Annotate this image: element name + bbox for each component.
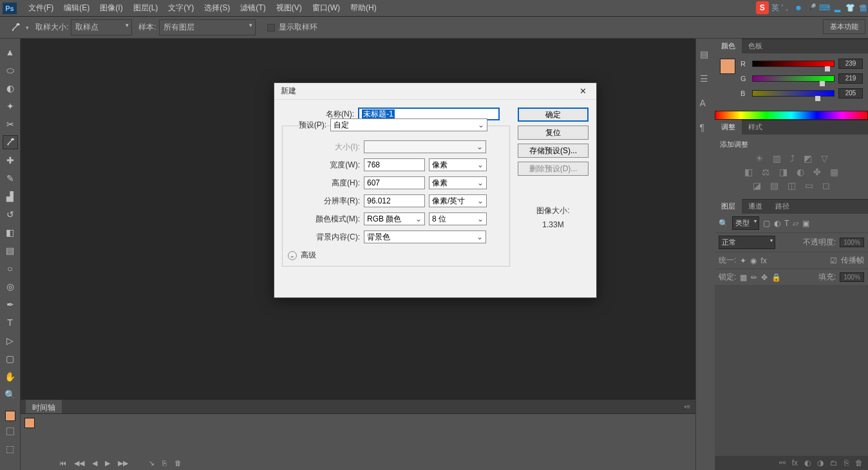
adj-thresh-icon[interactable]: ◫ <box>788 180 796 191</box>
lock-all-icon[interactable]: 🔒 <box>771 273 781 282</box>
color-tab[interactable]: 颜色 <box>715 39 742 53</box>
filter-kind-select[interactable]: 类型 <box>732 216 759 230</box>
heal-tool[interactable]: ✚ <box>3 153 18 167</box>
res-unit-select[interactable]: 像素/英寸 <box>429 194 487 207</box>
menu-filter[interactable]: 滤镜(T) <box>235 0 270 16</box>
shape-tool[interactable]: ▢ <box>3 352 18 366</box>
mask-icon[interactable]: ◐ <box>804 458 811 467</box>
timeline-play-icon[interactable]: ▶ <box>105 459 110 467</box>
swatches-tab[interactable]: 色板 <box>742 39 769 53</box>
adjust-tab[interactable]: 调整 <box>715 120 742 135</box>
lock-pos-icon[interactable]: ✥ <box>761 273 768 282</box>
reset-button[interactable]: 复位 <box>518 126 589 140</box>
brush-tool[interactable]: ✎ <box>3 171 18 185</box>
history-brush-tool[interactable]: ↺ <box>3 207 18 221</box>
zoom-tool[interactable]: 🔍 <box>3 388 18 402</box>
foreground-swatch[interactable] <box>5 411 15 421</box>
menu-select[interactable]: 选择(S) <box>199 0 235 16</box>
marquee-tool[interactable]: ⬭ <box>3 63 18 77</box>
adj-gradmap-icon[interactable]: ▭ <box>805 180 813 191</box>
unify-style-icon[interactable]: fx <box>760 256 766 265</box>
sample-size-dropdown[interactable]: 取样点 <box>71 19 132 35</box>
hand-tool[interactable]: ✋ <box>3 370 18 384</box>
g-slider[interactable] <box>752 75 835 82</box>
blend-mode-select[interactable]: 正常 <box>719 236 775 249</box>
timeline-back-icon[interactable]: ◀ <box>92 459 97 467</box>
filter-smart-icon[interactable]: ▣ <box>802 219 809 228</box>
link-icon[interactable]: ⚯ <box>779 458 786 467</box>
filter-pixel-icon[interactable]: ▢ <box>763 219 770 228</box>
menu-image[interactable]: 图像(I) <box>95 0 127 16</box>
g-value[interactable]: 219 <box>838 73 863 84</box>
ok-button[interactable]: 确定 <box>518 108 589 122</box>
ime-emoji-icon[interactable]: ☻ <box>793 3 804 13</box>
adj-levels-icon[interactable]: ▥ <box>773 153 781 164</box>
lock-trans-icon[interactable]: ▦ <box>740 273 747 282</box>
adj-hue-icon[interactable]: ◧ <box>744 167 753 177</box>
fill-value[interactable]: 100% <box>840 272 864 282</box>
paths-tab[interactable]: 路径 <box>769 199 796 214</box>
adj-brightness-icon[interactable]: ☀ <box>755 153 764 164</box>
gradient-tool[interactable]: ▤ <box>3 243 18 258</box>
mode-select[interactable]: RGB 颜色 <box>364 212 425 225</box>
move-tool[interactable]: ▲ <box>3 45 18 59</box>
eraser-tool[interactable]: ◧ <box>3 225 18 240</box>
sample-dropdown[interactable]: 所有图层 <box>159 19 256 35</box>
timeline-first-icon[interactable]: ⏮ <box>59 459 66 467</box>
crop-tool[interactable]: ✂ <box>3 117 18 131</box>
adj-lookup-icon[interactable]: ▦ <box>830 167 838 177</box>
layers-tab[interactable]: 图层 <box>715 199 742 214</box>
chevron-down-icon[interactable]: ▾ <box>26 24 29 31</box>
ime-icon[interactable]: S <box>756 1 769 14</box>
styles-tab[interactable]: 样式 <box>742 120 769 135</box>
adj-invert-icon[interactable]: ◪ <box>753 180 761 191</box>
type-tool[interactable]: T <box>3 315 18 330</box>
menu-window[interactable]: 窗口(W) <box>307 0 345 16</box>
workspace-switcher[interactable]: 基本功能 <box>823 19 865 34</box>
ime-lang[interactable]: 英 <box>771 3 779 14</box>
height-input[interactable] <box>364 176 425 189</box>
filter-icon[interactable]: 🔍 <box>719 219 728 228</box>
new-layer-icon[interactable]: ⎘ <box>844 458 849 467</box>
ime-mic-icon[interactable]: 🎤 <box>806 3 816 13</box>
eyedropper-tool[interactable] <box>3 135 18 149</box>
window-minimize-icon[interactable]: ▂ <box>832 3 842 13</box>
unify-pos-icon[interactable]: ✦ <box>740 256 746 265</box>
blur-tool[interactable]: ○ <box>3 261 18 276</box>
layers-list[interactable] <box>715 286 868 456</box>
adj-mixer-icon[interactable]: ✤ <box>813 167 821 177</box>
bg-select[interactable]: 背景色 <box>364 230 486 243</box>
adj-select-icon[interactable]: ◻ <box>822 180 830 191</box>
depth-select[interactable]: 8 位 <box>429 212 487 225</box>
timeline-next-icon[interactable]: ▶▶ <box>118 459 128 467</box>
spectrum-bar[interactable] <box>715 111 868 120</box>
save-preset-button[interactable]: 存储预设(S)... <box>518 144 589 158</box>
lasso-tool[interactable]: ◐ <box>3 81 18 95</box>
channels-tab[interactable]: 通道 <box>742 199 769 214</box>
timeline-dup-icon[interactable]: ⎘ <box>162 459 167 467</box>
menu-view[interactable]: 视图(V) <box>271 0 307 16</box>
filter-adjust-icon[interactable]: ◐ <box>774 219 780 228</box>
menu-type[interactable]: 文字(Y) <box>163 0 199 16</box>
b-value[interactable]: 205 <box>838 88 863 99</box>
menu-layer[interactable]: 图层(L) <box>128 0 164 16</box>
wand-tool[interactable]: ✦ <box>3 99 18 113</box>
adj-exposure-icon[interactable]: ◩ <box>804 153 812 164</box>
timeline-trash-icon[interactable]: 🗑 <box>175 459 182 467</box>
adj-bw-icon[interactable]: ◨ <box>779 167 788 177</box>
menu-file[interactable]: 文件(F) <box>23 0 59 16</box>
screen-mode-icon[interactable]: ⬚ <box>3 442 18 456</box>
adj-curves-icon[interactable]: ⤴ <box>790 153 795 164</box>
timeline-tab[interactable]: 时间轴 <box>26 400 62 414</box>
group-icon[interactable]: 🗀 <box>830 458 838 467</box>
propagate-label[interactable]: 传播帧 <box>841 255 864 266</box>
path-select-tool[interactable]: ▷ <box>3 334 18 348</box>
dodge-tool[interactable]: ◎ <box>3 279 18 294</box>
width-input[interactable] <box>364 158 425 171</box>
width-unit-select[interactable]: 像素 <box>429 158 487 171</box>
layers-menu-icon[interactable]: ▪≡ <box>860 3 865 10</box>
properties-icon[interactable]: ☰ <box>700 73 712 85</box>
color-swatch[interactable] <box>720 59 735 74</box>
filter-shape-icon[interactable]: ▱ <box>793 219 798 228</box>
opacity-value[interactable]: 100% <box>840 238 864 247</box>
